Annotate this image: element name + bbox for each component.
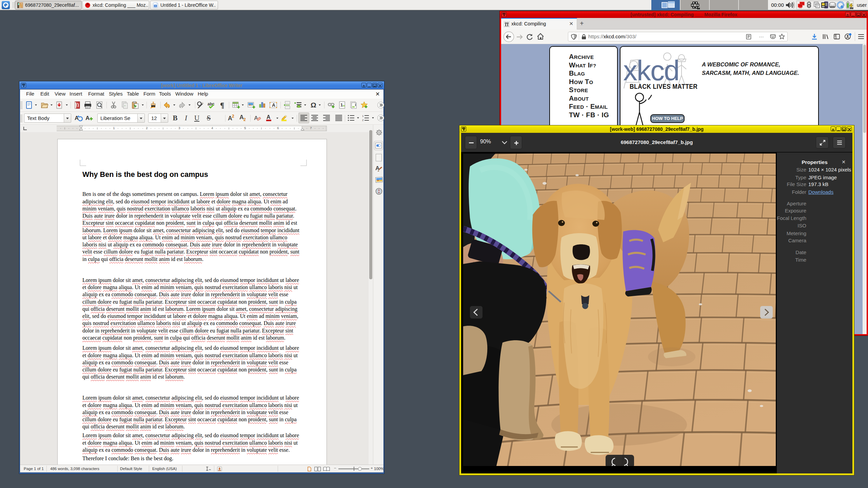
svg-text:A: A: [375, 165, 379, 171]
svg-text:7: 7: [310, 126, 312, 130]
svg-text:2: 2: [232, 114, 234, 119]
svg-text:Ω: Ω: [311, 101, 316, 109]
svg-text:A: A: [75, 115, 79, 121]
svg-text:3: 3: [178, 126, 180, 130]
svg-text:A: A: [85, 115, 90, 121]
svg-text:i: i: [355, 103, 356, 107]
svg-text:4: 4: [211, 126, 213, 130]
svg-text:6: 6: [277, 126, 279, 130]
svg-text:1: 1: [113, 126, 115, 130]
svg-text:2: 2: [362, 119, 364, 122]
svg-text:A: A: [267, 114, 271, 120]
svg-text:5: 5: [244, 126, 246, 130]
svg-text:1: 1: [340, 102, 343, 107]
svg-text:abc: abc: [208, 102, 215, 106]
svg-text:¶: ¶: [220, 101, 224, 109]
svg-text:1: 1: [362, 115, 364, 118]
svg-text:2: 2: [146, 126, 147, 130]
svg-text:2: 2: [243, 117, 246, 122]
svg-text:A: A: [272, 102, 275, 108]
